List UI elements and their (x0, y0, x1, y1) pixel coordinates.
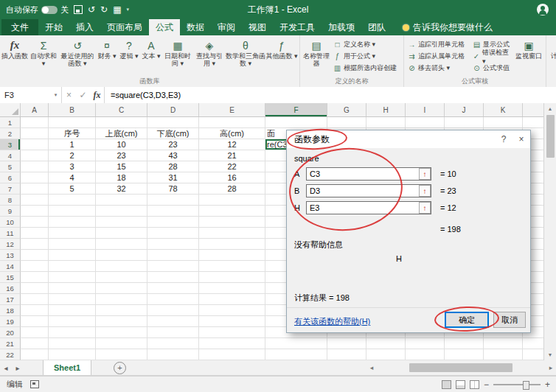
cell-B22[interactable] (49, 349, 96, 360)
row-header-10[interactable]: 10 (0, 217, 21, 228)
tab-home[interactable]: 开始 (38, 19, 69, 35)
cell-D7[interactable]: 78 (147, 183, 199, 195)
cell-E12[interactable] (199, 239, 265, 250)
tell-me[interactable]: 告诉我你想要做什么 (403, 19, 493, 35)
col-header-K[interactable]: K (484, 103, 523, 116)
cell-E4[interactable]: 21 (199, 150, 265, 161)
cell-A16[interactable] (21, 283, 49, 294)
cell-A8[interactable] (21, 195, 49, 206)
trace-precedents[interactable]: →追踪引用单元格 (406, 38, 470, 50)
zoom-slider[interactable] (493, 384, 541, 385)
cell-A5[interactable] (21, 161, 49, 172)
row-header-1[interactable]: 1 (0, 117, 21, 128)
cell-A15[interactable] (21, 272, 49, 283)
error-checking[interactable]: ✓错误检查 ▾ (470, 50, 513, 62)
cell-D3[interactable]: 23 (147, 139, 199, 150)
dialog-close-icon[interactable]: × (512, 131, 530, 147)
cell-G21[interactable] (327, 338, 366, 349)
math-trig[interactable]: θ数学和三角函数 ▾ (226, 36, 265, 74)
text-fn[interactable]: A文本 ▾ (140, 36, 162, 74)
tab-formulas[interactable]: 公式 (149, 19, 180, 35)
cell-A3[interactable] (21, 139, 49, 150)
create-from-selection[interactable]: ▥根据所选内容创建 (331, 62, 402, 74)
cell-E10[interactable] (199, 217, 265, 228)
cell-K1[interactable] (484, 117, 523, 128)
cell-E13[interactable] (199, 250, 265, 261)
cell-B3[interactable]: 1 (49, 139, 96, 150)
param-input-B[interactable]: D3↑ (306, 184, 431, 197)
cell-A7[interactable] (21, 183, 49, 195)
sheet-tab-sheet1[interactable]: Sheet1 (43, 360, 91, 375)
range-selector-icon-A[interactable]: ↑ (419, 168, 431, 180)
cell-B13[interactable] (49, 250, 96, 261)
autosave-toggle[interactable]: 自动保存 关 (6, 4, 69, 15)
row-header-21[interactable]: 21 (0, 338, 21, 349)
cell-E9[interactable] (199, 206, 265, 217)
row-header-16[interactable]: 16 (0, 283, 21, 294)
cell-C13[interactable] (96, 250, 147, 261)
col-header-C[interactable]: C (96, 103, 147, 116)
row-header-7[interactable]: 7 (0, 183, 21, 195)
cell-C19[interactable] (96, 316, 147, 327)
cell-A2[interactable] (21, 128, 49, 139)
cell-C1[interactable] (96, 117, 147, 128)
col-header-F[interactable]: F (265, 103, 327, 116)
add-sheet-icon[interactable]: + (114, 362, 126, 374)
cell-B19[interactable] (49, 316, 96, 327)
cell-C8[interactable] (96, 195, 147, 206)
cell-E18[interactable] (199, 305, 265, 316)
cell-D11[interactable] (147, 228, 199, 239)
hscroll-right-icon[interactable]: ▸ (546, 364, 556, 371)
cell-G1[interactable] (327, 117, 366, 128)
cell-H21[interactable] (366, 338, 406, 349)
cell-D16[interactable] (147, 283, 199, 294)
cell-A21[interactable] (21, 338, 49, 349)
watch-window[interactable]: ▣ 监视窗口 (513, 36, 544, 74)
cell-C5[interactable]: 15 (96, 161, 147, 172)
financial[interactable]: ¤财务 ▾ (96, 36, 118, 74)
cell-D22[interactable] (147, 349, 199, 360)
horizontal-scroll-thumb[interactable] (409, 363, 512, 372)
cell-B9[interactable] (49, 206, 96, 217)
cell-A1[interactable] (21, 117, 49, 128)
cell-B17[interactable] (49, 294, 96, 305)
lookup-reference[interactable]: ◈查找与引用 ▾ (193, 36, 226, 74)
hscroll-left-icon[interactable]: ◂ (366, 364, 377, 371)
vertical-scroll-thumb[interactable] (546, 115, 555, 158)
dialog-title-bar[interactable]: 函数参数 ? × (287, 130, 530, 148)
name-box[interactable]: F3 (0, 87, 50, 103)
cell-B14[interactable] (49, 261, 96, 272)
logical[interactable]: ?逻辑 ▾ (118, 36, 140, 74)
autosum[interactable]: Σ自动求和 ▾ (28, 36, 59, 74)
cell-B1[interactable] (49, 117, 96, 128)
cell-E2[interactable]: 高(cm) (199, 128, 265, 139)
cell-D8[interactable] (147, 195, 199, 206)
cell-J1[interactable] (445, 117, 484, 128)
col-header-J[interactable]: J (445, 103, 484, 116)
tab-insert[interactable]: 插入 (69, 19, 100, 35)
dialog-help-icon[interactable]: ? (495, 131, 512, 147)
cell-B15[interactable] (49, 272, 96, 283)
cell-A10[interactable] (21, 217, 49, 228)
calc-options[interactable]: ▦ 计算选项 (548, 36, 556, 74)
cell-B2[interactable]: 序号 (49, 128, 96, 139)
horizontal-scrollbar[interactable]: ◂ ▸ (366, 360, 556, 375)
cell-K21[interactable] (484, 338, 523, 349)
cell-A9[interactable] (21, 206, 49, 217)
cell-C7[interactable]: 32 (96, 183, 147, 195)
cancel-entry-icon[interactable]: × (62, 87, 76, 103)
cell-B10[interactable] (49, 217, 96, 228)
cell-B20[interactable] (49, 327, 96, 338)
cell-D15[interactable] (147, 272, 199, 283)
cell-D17[interactable] (147, 294, 199, 305)
vertical-scrollbar[interactable]: ▲ ▼ (543, 103, 556, 360)
range-selector-icon-H[interactable]: ↑ (419, 202, 431, 214)
tab-data[interactable]: 数据 (180, 19, 211, 35)
cell-E8[interactable] (199, 195, 265, 206)
cell-E1[interactable] (199, 117, 265, 128)
col-header-H[interactable]: H (366, 103, 406, 116)
cell-H1[interactable] (366, 117, 406, 128)
cell-B21[interactable] (49, 338, 96, 349)
cell-B16[interactable] (49, 283, 96, 294)
cell-D20[interactable] (147, 327, 199, 338)
